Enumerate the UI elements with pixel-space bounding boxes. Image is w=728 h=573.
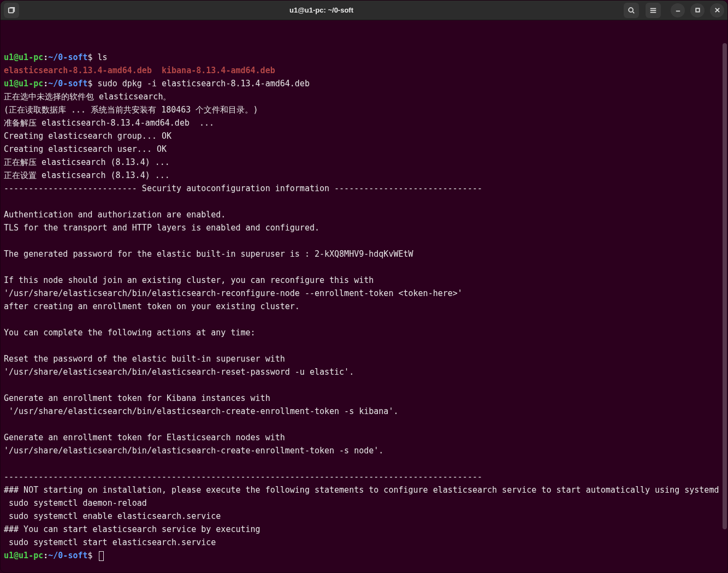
output-line: sudo systemctl start elasticsearch.servi… <box>4 536 724 549</box>
output-line <box>4 313 724 326</box>
output-line: Reset the password of the elastic built-… <box>4 352 724 365</box>
maximize-icon <box>695 7 701 13</box>
output-line <box>4 234 724 247</box>
prompt-path: ~/0-soft <box>48 52 87 62</box>
close-button[interactable] <box>710 3 724 17</box>
new-tab-icon <box>8 7 15 14</box>
hamburger-icon <box>649 7 657 14</box>
output-line: (正在读取数据库 ... 系统当前共安装有 180463 个文件和目录。) <box>4 103 724 116</box>
svg-rect-0 <box>9 8 14 13</box>
minimize-button[interactable] <box>671 3 685 17</box>
output-line: You can complete the following actions a… <box>4 326 724 339</box>
output-line: Authentication and authorization are ena… <box>4 208 724 221</box>
output-line: If this node should join an existing clu… <box>4 274 724 287</box>
prompt-user: u1@u1-pc <box>4 52 43 62</box>
close-icon <box>714 7 720 13</box>
output-line: ----------------------------------------… <box>4 470 724 483</box>
output-line: The generated password for the elastic b… <box>4 247 724 261</box>
output-line <box>4 195 724 208</box>
terminal-body[interactable]: u1@u1-pc:~/0-soft$ lselasticsearch-8.13.… <box>1 20 727 572</box>
output-line: '/usr/share/elasticsearch/bin/elasticsea… <box>4 365 724 379</box>
svg-point-1 <box>629 8 633 12</box>
output-line <box>4 379 724 392</box>
command-text: sudo dpkg -i elasticsearch-8.13.4-amd64.… <box>98 79 310 88</box>
output-line: ### You can start elasticsearch service … <box>4 523 724 536</box>
ls-output: elasticsearch-8.13.4-amd64.deb kibana-8.… <box>4 64 724 77</box>
output-line <box>4 339 724 352</box>
prompt-user: u1@u1-pc <box>4 79 43 88</box>
menu-button[interactable] <box>646 3 661 18</box>
output-line <box>4 261 724 274</box>
terminal-output: u1@u1-pc:~/0-soft$ lselasticsearch-8.13.… <box>4 51 724 562</box>
titlebar: u1@u1-pc: ~/0-soft <box>1 1 727 20</box>
prompt-line: u1@u1-pc:~/0-soft$ ls <box>4 51 724 64</box>
prompt-sep: : <box>43 551 48 560</box>
output-line: '/usr/share/elasticsearch/bin/elasticsea… <box>4 287 724 300</box>
output-line: 准备解压 elasticsearch-8.13.4-amd64.deb ... <box>4 116 724 129</box>
new-tab-button[interactable] <box>4 3 19 18</box>
output-line: Creating elasticsearch group... OK <box>4 129 724 143</box>
scrollbar-thumb[interactable] <box>723 43 727 529</box>
output-line: --------------------------- Security aut… <box>4 182 724 195</box>
minimize-icon <box>675 7 681 13</box>
search-icon <box>628 7 635 14</box>
window-title: u1@u1-pc: ~/0-soft <box>22 6 620 14</box>
output-line: Creating elasticsearch user... OK <box>4 143 724 156</box>
output-line: '/usr/share/elasticsearch/bin/elasticsea… <box>4 444 724 457</box>
prompt-current: u1@u1-pc:~/0-soft$ <box>4 549 724 562</box>
prompt-symbol: $ <box>88 52 98 62</box>
scrollbar[interactable] <box>722 20 727 572</box>
cursor <box>99 551 104 561</box>
maximize-button[interactable] <box>690 3 705 17</box>
search-button[interactable] <box>624 3 639 18</box>
output-line: Generate an enrollment token for Elastic… <box>4 431 724 444</box>
terminal-window: u1@u1-pc: ~/0-soft <box>0 0 728 573</box>
output-line: '/usr/share/elasticsearch/bin/elasticsea… <box>4 405 724 418</box>
output-line: sudo systemctl daemon-reload <box>4 497 724 510</box>
prompt-user: u1@u1-pc <box>4 551 43 560</box>
prompt-symbol: $ <box>88 551 98 560</box>
output-line: after creating an enrollment token on yo… <box>4 300 724 313</box>
output-line: ### NOT starting on installation, please… <box>4 483 724 497</box>
output-line: sudo systemctl enable elasticsearch.serv… <box>4 510 724 523</box>
output-line <box>4 418 724 431</box>
prompt-path: ~/0-soft <box>48 551 87 560</box>
file-entry: kibana-8.13.4-amd64.deb <box>162 66 275 75</box>
output-line: 正在解压 elasticsearch (8.13.4) ... <box>4 156 724 169</box>
output-line: 正在设置 elasticsearch (8.13.4) ... <box>4 169 724 182</box>
prompt-sep: : <box>43 79 48 88</box>
output-line: TLS for the transport and HTTP layers is… <box>4 221 724 234</box>
prompt-line: u1@u1-pc:~/0-soft$ sudo dpkg -i elastics… <box>4 77 724 90</box>
svg-rect-2 <box>696 8 699 11</box>
prompt-sep: : <box>43 52 48 62</box>
output-line: 正在选中未选择的软件包 elasticsearch。 <box>4 90 724 103</box>
output-line <box>4 457 724 470</box>
file-entry: elasticsearch-8.13.4-amd64.deb <box>4 66 152 75</box>
output-line: Generate an enrollment token for Kibana … <box>4 392 724 405</box>
command-text: ls <box>98 52 108 62</box>
prompt-symbol: $ <box>88 79 98 88</box>
prompt-path: ~/0-soft <box>48 79 87 88</box>
